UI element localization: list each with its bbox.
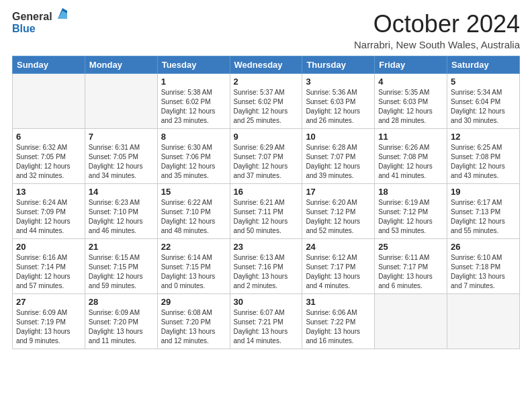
day-info: Sunrise: 6:29 AM Sunset: 7:07 PM Dayligh…: [234, 143, 299, 181]
col-tuesday: Tuesday: [157, 56, 230, 73]
day-number: 21: [89, 242, 154, 252]
day-number: 31: [306, 297, 371, 307]
day-info: Sunrise: 6:07 AM Sunset: 7:21 PM Dayligh…: [234, 308, 299, 346]
day-number: 4: [378, 77, 443, 87]
col-wednesday: Wednesday: [230, 56, 302, 73]
table-row: 16Sunrise: 6:21 AM Sunset: 7:11 PM Dayli…: [230, 183, 302, 238]
subtitle: Narrabri, New South Wales, Australia: [354, 39, 520, 50]
day-number: 5: [451, 77, 516, 87]
col-saturday: Saturday: [447, 56, 520, 73]
day-info: Sunrise: 6:06 AM Sunset: 7:22 PM Dayligh…: [306, 308, 371, 346]
table-row: 26Sunrise: 6:10 AM Sunset: 7:18 PM Dayli…: [447, 238, 520, 293]
day-info: Sunrise: 6:24 AM Sunset: 7:09 PM Dayligh…: [16, 198, 81, 236]
table-row: 10Sunrise: 6:28 AM Sunset: 7:07 PM Dayli…: [302, 128, 375, 183]
table-row: [447, 293, 520, 349]
day-number: 14: [89, 187, 154, 197]
table-row: 20Sunrise: 6:16 AM Sunset: 7:14 PM Dayli…: [13, 238, 85, 293]
table-row: 11Sunrise: 6:26 AM Sunset: 7:08 PM Dayli…: [375, 128, 447, 183]
day-info: Sunrise: 6:13 AM Sunset: 7:16 PM Dayligh…: [234, 253, 299, 291]
day-number: 24: [306, 242, 371, 252]
day-number: 13: [16, 187, 81, 197]
day-info: Sunrise: 6:10 AM Sunset: 7:18 PM Dayligh…: [451, 253, 516, 291]
table-row: 1Sunrise: 5:38 AM Sunset: 6:02 PM Daylig…: [157, 73, 230, 128]
logo-icon: [55, 7, 70, 21]
day-info: Sunrise: 6:19 AM Sunset: 7:12 PM Dayligh…: [378, 198, 443, 236]
table-row: 3Sunrise: 5:36 AM Sunset: 6:03 PM Daylig…: [302, 73, 375, 128]
day-number: 25: [378, 242, 443, 252]
day-number: 29: [161, 297, 226, 307]
header: General Blue October 2024 Narrabri, New …: [12, 11, 520, 50]
day-info: Sunrise: 6:11 AM Sunset: 7:17 PM Dayligh…: [378, 253, 443, 291]
day-number: 17: [306, 187, 371, 197]
table-row: [375, 293, 447, 349]
day-info: Sunrise: 6:08 AM Sunset: 7:20 PM Dayligh…: [161, 308, 226, 346]
table-row: 17Sunrise: 6:20 AM Sunset: 7:12 PM Dayli…: [302, 183, 375, 238]
day-number: 27: [16, 297, 81, 307]
day-number: 20: [16, 242, 81, 252]
day-number: 2: [234, 77, 299, 87]
col-friday: Friday: [375, 56, 447, 73]
calendar-week-row: 13Sunrise: 6:24 AM Sunset: 7:09 PM Dayli…: [13, 183, 520, 238]
day-number: 8: [161, 132, 226, 142]
day-number: 22: [161, 242, 226, 252]
day-number: 19: [451, 187, 516, 197]
table-row: 23Sunrise: 6:13 AM Sunset: 7:16 PM Dayli…: [230, 238, 302, 293]
table-row: 2Sunrise: 5:37 AM Sunset: 6:02 PM Daylig…: [230, 73, 302, 128]
table-row: 24Sunrise: 6:12 AM Sunset: 7:17 PM Dayli…: [302, 238, 375, 293]
table-row: 7Sunrise: 6:31 AM Sunset: 7:05 PM Daylig…: [85, 128, 157, 183]
day-number: 15: [161, 187, 226, 197]
day-info: Sunrise: 6:32 AM Sunset: 7:05 PM Dayligh…: [16, 143, 81, 181]
day-info: Sunrise: 6:30 AM Sunset: 7:06 PM Dayligh…: [161, 143, 226, 181]
table-row: 22Sunrise: 6:14 AM Sunset: 7:15 PM Dayli…: [157, 238, 230, 293]
day-number: 7: [89, 132, 154, 142]
day-info: Sunrise: 5:34 AM Sunset: 6:04 PM Dayligh…: [451, 88, 516, 126]
day-number: 30: [234, 297, 299, 307]
day-info: Sunrise: 6:14 AM Sunset: 7:15 PM Dayligh…: [161, 253, 226, 291]
day-number: 16: [234, 187, 299, 197]
day-number: 10: [306, 132, 371, 142]
day-info: Sunrise: 5:38 AM Sunset: 6:02 PM Dayligh…: [161, 88, 226, 126]
logo: General Blue: [12, 11, 70, 35]
table-row: 13Sunrise: 6:24 AM Sunset: 7:09 PM Dayli…: [13, 183, 85, 238]
day-info: Sunrise: 5:36 AM Sunset: 6:03 PM Dayligh…: [306, 88, 371, 126]
calendar-week-row: 27Sunrise: 6:09 AM Sunset: 7:19 PM Dayli…: [13, 293, 520, 349]
table-row: [13, 73, 85, 128]
day-number: 23: [234, 242, 299, 252]
day-number: 18: [378, 187, 443, 197]
table-row: [85, 73, 157, 128]
day-info: Sunrise: 6:20 AM Sunset: 7:12 PM Dayligh…: [306, 198, 371, 236]
table-row: 8Sunrise: 6:30 AM Sunset: 7:06 PM Daylig…: [157, 128, 230, 183]
day-info: Sunrise: 6:22 AM Sunset: 7:10 PM Dayligh…: [161, 198, 226, 236]
calendar: Sunday Monday Tuesday Wednesday Thursday…: [12, 56, 520, 349]
calendar-week-row: 1Sunrise: 5:38 AM Sunset: 6:02 PM Daylig…: [13, 73, 520, 128]
day-info: Sunrise: 6:28 AM Sunset: 7:07 PM Dayligh…: [306, 143, 371, 181]
table-row: 4Sunrise: 5:35 AM Sunset: 6:03 PM Daylig…: [375, 73, 447, 128]
table-row: 27Sunrise: 6:09 AM Sunset: 7:19 PM Dayli…: [13, 293, 85, 349]
table-row: 28Sunrise: 6:09 AM Sunset: 7:20 PM Dayli…: [85, 293, 157, 349]
table-row: 12Sunrise: 6:25 AM Sunset: 7:08 PM Dayli…: [447, 128, 520, 183]
col-monday: Monday: [85, 56, 157, 73]
table-row: 18Sunrise: 6:19 AM Sunset: 7:12 PM Dayli…: [375, 183, 447, 238]
col-thursday: Thursday: [302, 56, 375, 73]
day-info: Sunrise: 6:15 AM Sunset: 7:15 PM Dayligh…: [89, 253, 154, 291]
col-sunday: Sunday: [13, 56, 85, 73]
table-row: 29Sunrise: 6:08 AM Sunset: 7:20 PM Dayli…: [157, 293, 230, 349]
day-info: Sunrise: 6:23 AM Sunset: 7:10 PM Dayligh…: [89, 198, 154, 236]
day-number: 26: [451, 242, 516, 252]
logo-blue-text: Blue: [12, 23, 36, 34]
calendar-week-row: 20Sunrise: 6:16 AM Sunset: 7:14 PM Dayli…: [13, 238, 520, 293]
table-row: 5Sunrise: 5:34 AM Sunset: 6:04 PM Daylig…: [447, 73, 520, 128]
day-info: Sunrise: 5:37 AM Sunset: 6:02 PM Dayligh…: [234, 88, 299, 126]
day-info: Sunrise: 6:12 AM Sunset: 7:17 PM Dayligh…: [306, 253, 371, 291]
day-info: Sunrise: 6:16 AM Sunset: 7:14 PM Dayligh…: [16, 253, 81, 291]
day-info: Sunrise: 5:35 AM Sunset: 6:03 PM Dayligh…: [378, 88, 443, 126]
day-number: 11: [378, 132, 443, 142]
day-info: Sunrise: 6:31 AM Sunset: 7:05 PM Dayligh…: [89, 143, 154, 181]
day-info: Sunrise: 6:25 AM Sunset: 7:08 PM Dayligh…: [451, 143, 516, 181]
day-info: Sunrise: 6:09 AM Sunset: 7:20 PM Dayligh…: [89, 308, 154, 346]
day-info: Sunrise: 6:21 AM Sunset: 7:11 PM Dayligh…: [234, 198, 299, 236]
title-block: October 2024 Narrabri, New South Wales, …: [354, 11, 520, 50]
table-row: 30Sunrise: 6:07 AM Sunset: 7:21 PM Dayli…: [230, 293, 302, 349]
table-row: 25Sunrise: 6:11 AM Sunset: 7:17 PM Dayli…: [375, 238, 447, 293]
day-number: 9: [234, 132, 299, 142]
